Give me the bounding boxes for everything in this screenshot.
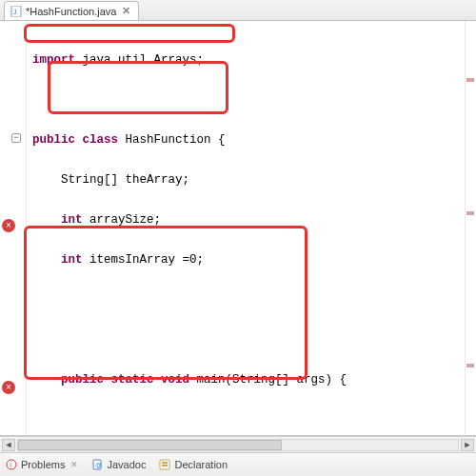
svg-text:!: ! [10, 461, 11, 469]
scroll-thumb[interactable] [18, 440, 282, 450]
highlight-import [24, 24, 235, 43]
java-file-icon: J [10, 6, 22, 17]
problems-icon: ! [6, 459, 17, 470]
editor-tab-bar: J *HashFunction.java ✕ [0, 0, 476, 21]
code-keyword: int [61, 253, 83, 267]
code-keyword: class [75, 133, 118, 147]
code-text [32, 373, 61, 387]
horizontal-scrollbar[interactable]: ◄ ► [0, 436, 476, 452]
code-keyword: static [104, 373, 154, 387]
ruler-marker[interactable] [466, 211, 474, 215]
code-keyword: public [32, 133, 75, 147]
scroll-track[interactable] [17, 439, 459, 451]
editor-tab-hashfunction[interactable]: J *HashFunction.java ✕ [4, 1, 139, 20]
editor-area: − × × import java.util.Arrays; public cl… [0, 21, 476, 436]
code-keyword: int [61, 213, 83, 227]
code-text: main(String[] args) { [189, 373, 347, 387]
code-text: java.util.Arrays; [75, 53, 204, 67]
fold-marker-icon[interactable]: − [11, 133, 21, 143]
gutter-error-icon[interactable]: × [2, 219, 15, 232]
code-text: HashFunction { [118, 133, 226, 147]
code-keyword: void [154, 373, 190, 387]
gutter-error-icon[interactable]: × [2, 381, 15, 394]
code-keyword: public [61, 373, 104, 387]
highlight-fields [48, 61, 228, 114]
code-text [32, 213, 61, 227]
editor-tab-close-icon[interactable]: ✕ [120, 5, 132, 17]
svg-text:J: J [13, 9, 17, 15]
scroll-left-arrow-icon[interactable]: ◄ [2, 439, 15, 451]
code-text: arraySize; [83, 213, 162, 227]
editor-tab-label: *HashFunction.java [26, 6, 116, 17]
code-text: itemsInArray =0; [83, 253, 205, 267]
code-keyword: import [32, 53, 75, 67]
ruler-marker[interactable] [466, 78, 474, 82]
ruler-marker[interactable] [466, 364, 474, 367]
overview-ruler[interactable] [465, 21, 476, 435]
editor-gutter[interactable]: − × × [0, 21, 27, 435]
code-editor[interactable]: import java.util.Arrays; public class Ha… [27, 21, 465, 435]
code-text: String[] theArray; [32, 173, 189, 187]
code-text [32, 253, 61, 267]
